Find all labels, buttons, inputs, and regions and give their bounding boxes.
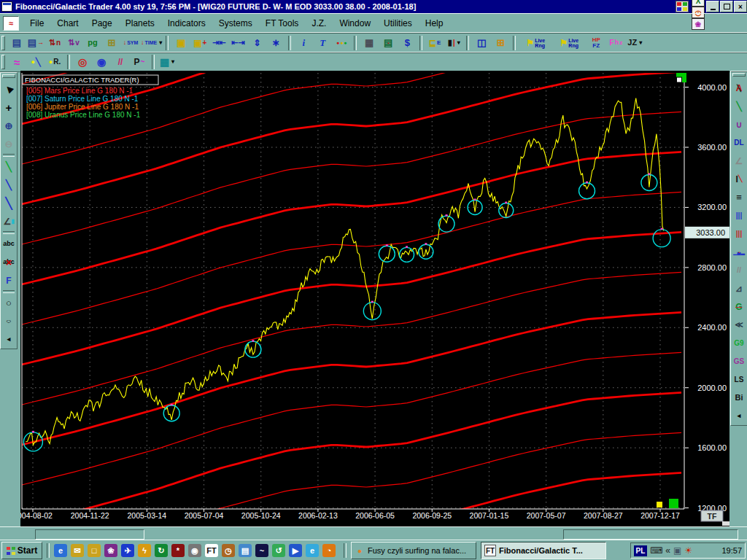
ruler-button[interactable]: ⊑E [425, 35, 444, 51]
pen-angle-tool[interactable]: ∠▮ [1, 212, 16, 230]
orbit-rings-button[interactable]: ◎ [73, 54, 92, 70]
menu-item-help[interactable]: Help [419, 16, 450, 31]
quicklaunch-icon[interactable]: ↻ [155, 544, 168, 557]
parallel-lines-tool[interactable]: // [732, 261, 746, 279]
live-range-1-button[interactable]: ⚑Live Rng [519, 35, 552, 51]
g9-tool[interactable]: G9 [732, 334, 746, 352]
compress-bars-button[interactable]: ⇥⇤ [209, 35, 228, 51]
crosshair-tool[interactable]: + [1, 98, 16, 117]
trend-pencil-tool[interactable]: ╲ [732, 97, 746, 115]
planet-p-button[interactable]: P~ [130, 54, 149, 70]
start-button[interactable]: Start [1, 542, 42, 559]
color-grid-button[interactable]: ⊞ [491, 35, 510, 51]
quicklaunch-icon[interactable]: ◉ [188, 544, 201, 557]
quicklaunch-icon[interactable]: e [306, 544, 319, 557]
menu-item-utilities[interactable]: Utilities [377, 16, 419, 31]
print-button[interactable]: ▦ [360, 35, 379, 51]
restore-button[interactable] [720, 1, 733, 12]
vlines-red-tool[interactable]: ||| [732, 225, 746, 243]
ellipse-tool[interactable]: ○ [1, 312, 16, 330]
astro-a-tool[interactable]: A╲ [732, 79, 746, 97]
color-grid-icon[interactable] [676, 1, 689, 12]
pointer-tool[interactable]: ▶ [1, 80, 16, 98]
text-label-button[interactable]: T [313, 35, 332, 51]
menu-item-chart[interactable]: Chart [50, 16, 85, 31]
menu-item-indicators[interactable]: Indicators [161, 16, 212, 31]
planet-lines-button[interactable]: ≈ [7, 54, 26, 70]
cascade-button[interactable]: ▣ [171, 35, 190, 51]
quote-grid-button[interactable]: ⊞ [102, 35, 121, 51]
fan-tool[interactable]: ≪ [732, 316, 746, 334]
cascade-add-button[interactable]: ▣+ [190, 35, 209, 51]
hp-fz-button[interactable]: HPFZ [586, 35, 606, 51]
quicklaunch-icon[interactable]: * [171, 544, 185, 557]
clock[interactable]: 19:57 [721, 546, 742, 555]
zoom-out-tool[interactable]: ⊖ [1, 135, 16, 153]
language-indicator[interactable]: PL [634, 545, 647, 556]
quicklaunch-icon[interactable]: ▶ [289, 544, 302, 557]
collapse-right-toolbar[interactable]: ◂ [732, 407, 746, 425]
quicklaunch-icon[interactable]: ~ [255, 544, 268, 557]
expand-bars-button[interactable]: ⇤⇥ [228, 35, 247, 51]
menu-item-systems[interactable]: Systems [212, 16, 259, 31]
collapse-left-toolbar[interactable]: ◂ [1, 330, 16, 349]
quicklaunch-icon[interactable]: □ [88, 544, 101, 557]
minimize-button[interactable] [706, 1, 719, 12]
chart-area[interactable]: 4000.003600.003200.002800.002400.002000.… [20, 71, 729, 526]
print-preview-button[interactable]: ▤▪ [379, 35, 398, 51]
fibonacci-f-tool[interactable]: F [1, 271, 16, 289]
hlines-tool[interactable]: ≡ [732, 188, 746, 206]
intraday-n-button[interactable]: ⇅n [45, 35, 64, 51]
gs-tool[interactable]: GS [732, 352, 746, 370]
dropdown-arrow-icon[interactable]: ▾ [457, 40, 460, 46]
page-button[interactable]: pg [83, 35, 102, 51]
menu-item-window[interactable]: Window [333, 16, 377, 31]
quicklaunch-icon[interactable]: ✈ [121, 544, 134, 557]
task-button[interactable]: ●Fusy czyli surfing na falac... [351, 542, 476, 559]
pen-thick-tool[interactable]: ╲ [1, 194, 16, 212]
tray-icon[interactable]: ⌨ [650, 546, 662, 555]
arc-tool[interactable]: ∪ [732, 115, 746, 133]
snap-button[interactable]: ∗ [266, 35, 285, 51]
toolbar-handle[interactable] [1, 36, 5, 50]
gann-g-tool[interactable]: G— [732, 298, 746, 316]
triangle-tool[interactable]: ⊿ [732, 279, 746, 298]
toolbar-handle[interactable] [1, 55, 5, 69]
menu-item-j-z-[interactable]: J.Z. [305, 16, 333, 31]
ls-tool[interactable]: LS [732, 370, 746, 389]
menu-item-ft-tools[interactable]: FT Tools [259, 16, 306, 31]
info-i-tool[interactable]: I╲ [732, 170, 746, 188]
mini-chart-tool[interactable]: ▁▄▂▪ [732, 243, 746, 261]
open-chart-button[interactable]: ▤→ [26, 35, 45, 51]
jz-button[interactable]: JZ▾ [625, 35, 644, 51]
chart-system-menu-icon[interactable]: ≈ [3, 16, 19, 31]
titlebar-app-icon[interactable]: X [692, 0, 705, 7]
dropdown-arrow-icon[interactable]: ▾ [171, 59, 174, 65]
quicklaunch-icon[interactable]: e [54, 544, 67, 557]
matrix-button[interactable]: ▦▾ [158, 54, 177, 70]
vlines-blue-tool[interactable]: ||| [732, 206, 746, 225]
bi-tool[interactable]: Bi [732, 389, 746, 407]
new-chart-button[interactable]: ▤ [7, 35, 26, 51]
traffic-light-button[interactable]: ●●● [332, 35, 351, 51]
toolbar-handle[interactable] [2, 74, 15, 78]
quicklaunch-icon[interactable]: ▤ [239, 544, 252, 557]
menu-item-page[interactable]: Page [85, 16, 119, 31]
quicklaunch-icon[interactable]: FT [205, 544, 218, 557]
planet-circle-button[interactable]: ◉ [92, 54, 111, 70]
pen-green-tool[interactable]: ╲ [1, 158, 16, 176]
task-button[interactable]: FTFibonacci/Galactic T... [481, 542, 606, 559]
angle-tool[interactable]: ∠ [732, 152, 746, 170]
sun-line-button[interactable]: ●╲ [26, 54, 45, 70]
scroll-chart-button[interactable]: ⇕ [247, 35, 266, 51]
tray-icon[interactable]: ▣ [673, 546, 681, 555]
close-button[interactable]: × [734, 1, 747, 12]
tray-icon[interactable]: ☀ [684, 546, 692, 555]
quicklaunch-icon[interactable]: ϟ [138, 544, 151, 557]
sun-retro-button[interactable]: ●R. [45, 54, 64, 70]
dollar-button[interactable]: $ [398, 35, 417, 51]
symbol-button[interactable]: ↓SYM [121, 35, 140, 51]
quicklaunch-icon[interactable]: ❀ [104, 544, 117, 557]
fhz-button[interactable]: Fhz [606, 35, 625, 51]
circle-tool[interactable]: ○ [1, 294, 16, 312]
